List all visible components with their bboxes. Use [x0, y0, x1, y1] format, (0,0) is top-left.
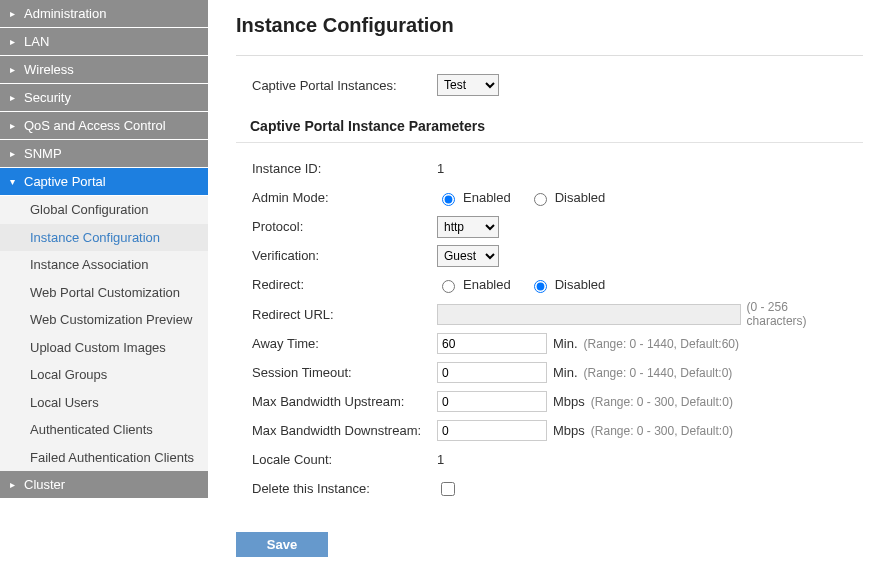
sidebar-item-label: Cluster	[24, 477, 65, 492]
redirect-url-input	[437, 304, 741, 325]
mbu-input[interactable]	[437, 391, 547, 412]
verification-label: Verification:	[252, 248, 437, 263]
button-bar: Save	[236, 532, 863, 557]
away-time-input[interactable]	[437, 333, 547, 354]
locale-count-value: 1	[437, 452, 444, 467]
subnav-local-users[interactable]: Local Users	[0, 389, 208, 417]
protocol-select[interactable]: http	[437, 216, 499, 238]
radio-label: Disabled	[555, 277, 606, 292]
mbd-input[interactable]	[437, 420, 547, 441]
mbd-range: (Range: 0 - 300, Default:0)	[591, 424, 733, 438]
locale-count-label: Locale Count:	[252, 452, 437, 467]
save-button[interactable]: Save	[236, 532, 328, 557]
radio-label: Disabled	[555, 190, 606, 205]
mbu-range: (Range: 0 - 300, Default:0)	[591, 395, 733, 409]
sidebar-item-captive-portal[interactable]: ▾ Captive Portal	[0, 168, 208, 196]
redirect-disabled-radio[interactable]	[534, 280, 547, 293]
session-timeout-input[interactable]	[437, 362, 547, 383]
chevron-right-icon: ▸	[10, 120, 20, 131]
sidebar-item-security[interactable]: ▸ Security	[0, 84, 208, 112]
away-time-label: Away Time:	[252, 336, 437, 351]
away-time-range: (Range: 0 - 1440, Default:60)	[584, 337, 739, 351]
sidebar-item-label: Captive Portal	[24, 174, 106, 189]
sidebar-item-label: Security	[24, 90, 71, 105]
subnav-web-portal-customization[interactable]: Web Portal Customization	[0, 279, 208, 307]
sidebar-item-snmp[interactable]: ▸ SNMP	[0, 140, 208, 168]
instance-selector[interactable]: Test	[437, 74, 499, 96]
mbu-unit: Mbps	[553, 394, 585, 409]
admin-mode-radio-group: Enabled Disabled	[437, 190, 605, 206]
instance-selector-row: Captive Portal Instances: Test	[236, 56, 863, 110]
instance-id-value: 1	[437, 161, 444, 176]
chevron-right-icon: ▸	[10, 148, 20, 159]
main-content: Instance Configuration Captive Portal In…	[208, 0, 883, 577]
config-panel: Captive Portal Instances: Test Captive P…	[236, 55, 863, 514]
subnav-failed-authentication-clients[interactable]: Failed Authentication Clients	[0, 444, 208, 472]
sidebar-submenu: Global Configuration Instance Configurat…	[0, 196, 208, 471]
redirect-url-hint: (0 - 256 characters)	[747, 300, 849, 328]
sidebar-item-qos[interactable]: ▸ QoS and Access Control	[0, 112, 208, 140]
subnav-upload-custom-images[interactable]: Upload Custom Images	[0, 334, 208, 362]
instance-selector-label: Captive Portal Instances:	[252, 78, 437, 93]
chevron-right-icon: ▸	[10, 479, 20, 490]
redirect-enabled-radio[interactable]	[442, 280, 455, 293]
sidebar-item-label: LAN	[24, 34, 49, 49]
chevron-right-icon: ▸	[10, 92, 20, 103]
verification-select[interactable]: Guest	[437, 245, 499, 267]
instance-id-label: Instance ID:	[252, 161, 437, 176]
chevron-down-icon: ▾	[10, 176, 20, 187]
mbd-label: Max Bandwidth Downstream:	[252, 423, 437, 438]
chevron-right-icon: ▸	[10, 36, 20, 47]
admin-mode-enabled-radio[interactable]	[442, 193, 455, 206]
subnav-instance-association[interactable]: Instance Association	[0, 251, 208, 279]
sidebar-item-cluster[interactable]: ▸ Cluster	[0, 471, 208, 499]
sidebar-item-administration[interactable]: ▸ Administration	[0, 0, 208, 28]
mbu-label: Max Bandwidth Upstream:	[252, 394, 437, 409]
delete-instance-checkbox[interactable]	[441, 482, 455, 496]
sidebar-item-wireless[interactable]: ▸ Wireless	[0, 56, 208, 84]
sidebar-item-lan[interactable]: ▸ LAN	[0, 28, 208, 56]
subnav-web-customization-preview[interactable]: Web Customization Preview	[0, 306, 208, 334]
redirect-radio-group: Enabled Disabled	[437, 277, 605, 293]
page-title: Instance Configuration	[236, 14, 863, 37]
chevron-right-icon: ▸	[10, 64, 20, 75]
sidebar: ▸ Administration ▸ LAN ▸ Wireless ▸ Secu…	[0, 0, 208, 577]
session-range: (Range: 0 - 1440, Default:0)	[584, 366, 733, 380]
protocol-label: Protocol:	[252, 219, 437, 234]
sidebar-item-label: Administration	[24, 6, 106, 21]
chevron-right-icon: ▸	[10, 8, 20, 19]
subnav-instance-configuration[interactable]: Instance Configuration	[0, 224, 208, 252]
sidebar-item-label: QoS and Access Control	[24, 118, 166, 133]
redirect-label: Redirect:	[252, 277, 437, 292]
away-time-unit: Min.	[553, 336, 578, 351]
subnav-global-configuration[interactable]: Global Configuration	[0, 196, 208, 224]
sidebar-item-label: Wireless	[24, 62, 74, 77]
radio-label: Enabled	[463, 190, 511, 205]
subnav-local-groups[interactable]: Local Groups	[0, 361, 208, 389]
sidebar-item-label: SNMP	[24, 146, 62, 161]
radio-label: Enabled	[463, 277, 511, 292]
redirect-url-label: Redirect URL:	[252, 307, 437, 322]
session-unit: Min.	[553, 365, 578, 380]
admin-mode-label: Admin Mode:	[252, 190, 437, 205]
delete-instance-label: Delete this Instance:	[252, 481, 437, 496]
mbd-unit: Mbps	[553, 423, 585, 438]
subnav-authenticated-clients[interactable]: Authenticated Clients	[0, 416, 208, 444]
admin-mode-disabled-radio[interactable]	[534, 193, 547, 206]
parameters-form: Instance ID: 1 Admin Mode: Enabled Disab…	[236, 143, 863, 514]
session-timeout-label: Session Timeout:	[252, 365, 437, 380]
parameters-header: Captive Portal Instance Parameters	[236, 110, 863, 143]
